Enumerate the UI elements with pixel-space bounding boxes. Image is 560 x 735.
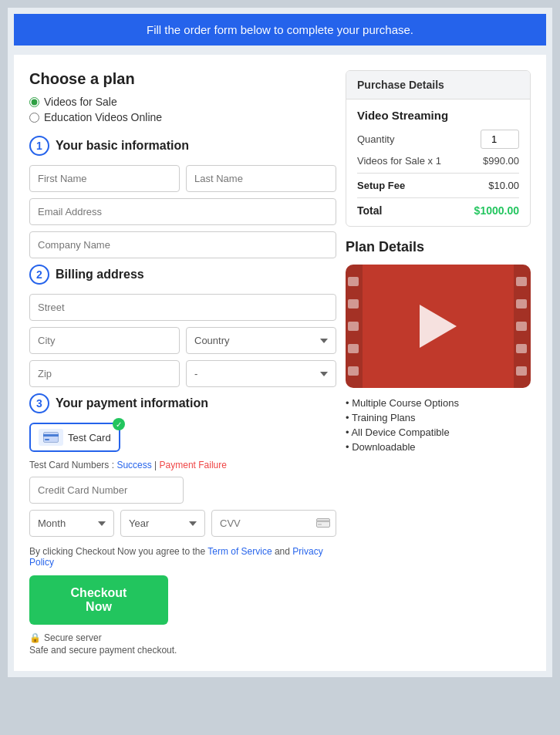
setup-fee-amount: $10.00 [488,180,519,191]
purchase-details-body: Video Streaming Quantity Videos for Sale… [346,99,530,226]
cc-number-row [29,477,336,504]
section2-header: 2 Billing address [29,265,336,285]
divider [357,173,519,174]
plan-radio-group: Videos for Sale Education Videos Online [29,96,336,123]
choose-plan-title: Choose a plan [29,70,336,88]
section1-number: 1 [29,136,49,156]
right-panel: Purchase Details Video Streaming Quantit… [346,70,531,656]
cvv-card-icon [316,518,330,530]
play-button-icon [420,305,457,348]
company-input[interactable] [29,231,336,258]
terms-text: By clicking Checkout Now you agree to th… [29,546,336,568]
company-row [29,231,336,258]
svg-rect-2 [45,439,49,440]
svg-rect-3 [317,518,330,527]
film-strip-right [514,265,531,388]
city-country-row: Country [29,327,336,354]
plan-option-education-videos[interactable]: Education Videos Online [29,111,336,123]
total-amount: $1000.00 [474,204,519,217]
quantity-row: Quantity [357,130,519,149]
cvv-wrapper [211,510,336,537]
cc-number-input[interactable] [29,477,184,504]
banner-text: Fill the order form below to complete yo… [147,23,413,36]
plan-label-education-videos: Education Videos Online [44,111,162,123]
svg-rect-0 [44,433,59,443]
film-strip-left [346,265,363,388]
test-card-label: Test Card [68,432,111,443]
test-card-prefix: Test Card Numbers : [29,460,116,470]
section1-title: Your basic information [56,139,189,153]
main-layout: Choose a plan Videos for Sale Education … [14,55,546,671]
plan-radio-videos-for-sale[interactable] [29,97,39,107]
test-card-numbers: Test Card Numbers : Success | Payment Fa… [29,460,336,470]
purchase-details-header: Purchase Details [346,71,530,99]
last-name-input[interactable] [186,165,336,192]
purchase-details-box: Purchase Details Video Streaming Quantit… [346,70,531,227]
tos-link[interactable]: Term of Service [207,546,272,557]
name-row [29,165,336,192]
line-item-amount: $990.00 [483,155,519,167]
svg-rect-4 [316,520,330,522]
video-streaming-title: Video Streaming [357,109,519,122]
year-select[interactable]: Year [120,510,205,537]
feature-2: Training Plans [346,412,531,423]
safe-text: Safe and secure payment checkout. [29,645,336,656]
section3-number: 3 [29,393,49,413]
email-input[interactable] [29,198,336,225]
page-wrapper: Fill the order form below to complete yo… [8,8,552,677]
quantity-input[interactable] [481,130,519,149]
plan-label-videos-for-sale: Videos for Sale [44,96,117,108]
total-label: Total [357,204,382,217]
test-card-option[interactable]: Test Card ✓ [29,423,120,452]
secure-label: Secure server [44,632,102,643]
city-input[interactable] [29,327,180,354]
cvv-row: Month Year [29,510,336,537]
setup-fee-row: Setup Fee $10.00 [357,180,519,191]
section1-header: 1 Your basic information [29,136,336,156]
svg-rect-5 [318,524,322,525]
street-input[interactable] [29,294,336,321]
video-thumbnail [346,265,531,388]
total-row: Total $1000.00 [357,204,519,217]
payment-section: Test Card ✓ Test Card Numbers : Success … [29,423,336,656]
setup-fee-label: Setup Fee [357,180,405,191]
secure-server: 🔒 Secure server [29,632,336,643]
plan-radio-education-videos[interactable] [29,113,39,123]
quantity-label: Quantity [357,133,394,145]
plan-details-title: Plan Details [346,239,531,255]
section2-number: 2 [29,265,49,285]
svg-rect-1 [43,434,59,437]
divider2 [357,197,519,198]
checkout-button[interactable]: Checkout Now [29,575,168,625]
feature-4: Downloadable [346,441,531,453]
country-select[interactable]: Country [186,327,336,354]
zip-input[interactable] [29,360,180,387]
terms-middle: and [275,546,292,557]
line-item-label: Videos for Sale x 1 [357,155,441,167]
street-row [29,294,336,321]
zip-state-row: - [29,360,336,387]
section3-header: 3 Your payment information [29,393,336,413]
line-item-row: Videos for Sale x 1 $990.00 [357,155,519,167]
section2-title: Billing address [56,268,144,282]
plan-option-videos-for-sale[interactable]: Videos for Sale [29,96,336,108]
email-row [29,198,336,225]
state-select[interactable]: - [186,360,336,387]
success-link[interactable]: Success [116,460,151,470]
lock-icon: 🔒 [29,632,41,643]
left-panel: Choose a plan Videos for Sale Education … [29,70,336,656]
feature-3: All Device Compatible [346,427,531,438]
first-name-input[interactable] [29,165,180,192]
credit-card-icon [39,429,63,446]
feature-1: Multiple Course Options [346,397,531,409]
section3-title: Your payment information [56,396,208,410]
payment-failure-link[interactable]: Payment Failure [160,460,227,470]
card-check-icon: ✓ [113,418,125,430]
top-banner: Fill the order form below to complete yo… [14,14,546,46]
plan-features: Multiple Course Options Training Plans A… [346,397,531,453]
month-select[interactable]: Month [29,510,114,537]
terms-prefix: By clicking Checkout Now you agree to th… [29,546,207,557]
